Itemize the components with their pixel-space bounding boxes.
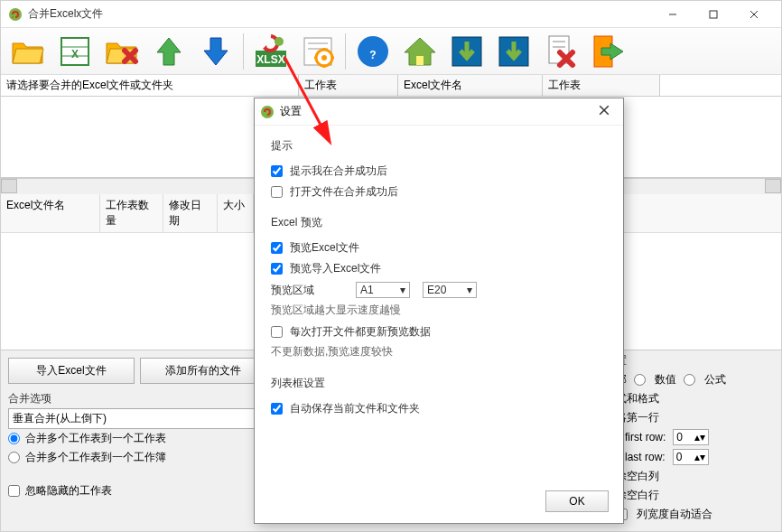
radio-label: 合并多个工作表到一个工作表 [25,431,166,446]
preview-range-label: 预览区域 [271,283,314,298]
delete-doc-icon[interactable] [539,30,582,73]
ignore-hidden-checkbox[interactable] [8,485,20,497]
section-header: 列表框设置 [271,376,607,391]
ok-button[interactable]: OK [545,490,609,512]
window-title: 合并Excelx文件 [28,6,652,22]
prompt-after-checkbox[interactable] [271,165,283,177]
section-header: Excel 预览 [271,215,607,230]
dialog-body: 提示 提示我在合并成功后 打开文件在合并成功后 Excel 预览 预览Excel… [255,126,623,444]
excel-icon[interactable]: X [53,30,97,73]
col-size[interactable]: 大小 [218,194,254,232]
preview-import-checkbox[interactable] [271,263,283,275]
preview-checkbox[interactable] [271,242,283,254]
window-controls [652,2,774,27]
refresh-preview-checkbox[interactable] [271,326,283,338]
checkbox-label: 提示我在合并成功后 [290,163,387,179]
checkbox-label: 预览导入Excel文件 [290,261,381,276]
arrow-down-icon[interactable] [194,30,237,73]
delete-folder-icon[interactable] [100,30,144,73]
toolbar: X XLSX ? [1,28,781,75]
col-sheet-count[interactable]: 工作表数量 [100,194,163,232]
svg-text:?: ? [369,49,376,61]
close-button[interactable] [733,2,774,27]
radio-label: 公式 [704,372,726,387]
section-header: 提示 [271,138,607,154]
open-after-checkbox[interactable] [271,186,283,198]
svg-rect-25 [416,56,424,65]
col-excel-name[interactable]: Excel文件名 [398,75,543,96]
dialog-close-button[interactable] [591,105,618,118]
dialog-footer: OK [545,490,609,512]
download-right-icon[interactable] [492,30,535,73]
titlebar: 合并Excelx文件 [1,1,781,28]
refresh-note: 不更新数据,预览速度较快 [271,342,607,363]
app-icon [8,7,23,22]
arrow-up-icon[interactable] [147,30,191,73]
checkbox-label: 每次打开文件都更新预览数据 [290,324,431,340]
svg-rect-2 [710,11,717,18]
svg-point-13 [275,37,284,46]
open-folder-icon[interactable] [6,30,50,73]
spinner-arrows-icon: ▴▾ [694,431,705,443]
chevron-down-icon: ▾ [400,284,405,296]
dialog-title: 设置 [280,104,591,119]
file-prompt: 请选择要合并的Excel文件或文件夹 [1,75,299,96]
columns-header: 请选择要合并的Excel文件或文件夹 工作表 Excel文件名 工作表 [1,75,781,97]
svg-point-35 [261,106,274,118]
radio-label: 数值 [655,372,676,387]
radio-label: 合并多个工作表到一个工作簿 [25,450,166,465]
range-to-select[interactable]: E20▾ [423,282,477,298]
spinner-arrows-icon: ▴▾ [694,451,705,463]
merge-excel-icon[interactable]: XLSX [249,30,293,73]
home-icon[interactable] [398,30,442,73]
toolbar-separator [243,33,244,70]
range-note: 预览区域越大显示速度越慢 [271,301,607,322]
section-prompt: 提示 提示我在合并成功后 打开文件在合并成功后 [271,138,607,202]
merge-mode-select[interactable]: 垂直合并(从上倒下) ▾ [8,408,279,429]
autosave-checkbox[interactable] [271,403,283,415]
merge-to-workbook-radio[interactable] [8,452,20,463]
checkbox-label: 自动保存当前文件和文件夹 [290,401,420,416]
help-icon[interactable]: ? [351,30,395,73]
col-excel-name[interactable]: Excel文件名 [1,194,100,232]
dialog-titlebar: 设置 [255,98,623,126]
app-icon [260,105,275,119]
col-sheet2[interactable]: 工作表 [543,75,660,96]
checkbox-label: 打开文件在合并成功后 [290,184,398,200]
right-options-panel: 置 部 数值 公式 式和格式 略第一行 e first row: 0▴▾ e l… [616,351,774,524]
checkbox-label: 列宽度自动适合 [637,507,712,522]
chevron-down-icon: ▾ [467,284,472,296]
maximize-button[interactable] [693,2,733,27]
download-left-icon[interactable] [445,30,489,73]
svg-text:XLSX: XLSX [256,53,284,66]
svg-point-0 [9,8,22,21]
minimize-button[interactable] [652,2,693,27]
toolbar-separator [345,33,346,70]
col-sheet[interactable]: 工作表 [299,75,398,96]
col-date[interactable]: 修改日期 [163,194,218,232]
merge-to-sheet-radio[interactable] [8,433,20,444]
checkbox-label: 预览Excel文件 [290,240,359,256]
svg-point-18 [321,55,327,61]
settings-dialog: 设置 提示 提示我在合并成功后 打开文件在合并成功后 Excel 预览 预览Ex… [254,98,624,524]
value-radio[interactable] [634,374,646,386]
range-from-select[interactable]: A1▾ [356,282,410,298]
section-preview: Excel 预览 预览Excel文件 预览导入Excel文件 预览区域 A1▾ … [271,215,607,363]
merge-mode-value: 垂直合并(从上倒下) [13,411,107,426]
checkbox-label: 忽略隐藏的工作表 [25,483,112,499]
svg-text:X: X [71,48,79,61]
add-all-files-button[interactable]: 添加所有的文件 [140,358,266,384]
formula-radio[interactable] [684,374,695,386]
section-listbox: 列表框设置 自动保存当前文件和文件夹 [271,376,607,419]
exit-icon[interactable] [586,30,629,73]
import-excel-button[interactable]: 导入Excel文件 [8,358,135,384]
settings-icon[interactable] [296,30,340,73]
last-row-spinner[interactable]: 0▴▾ [673,449,709,465]
first-row-spinner[interactable]: 0▴▾ [673,429,709,445]
